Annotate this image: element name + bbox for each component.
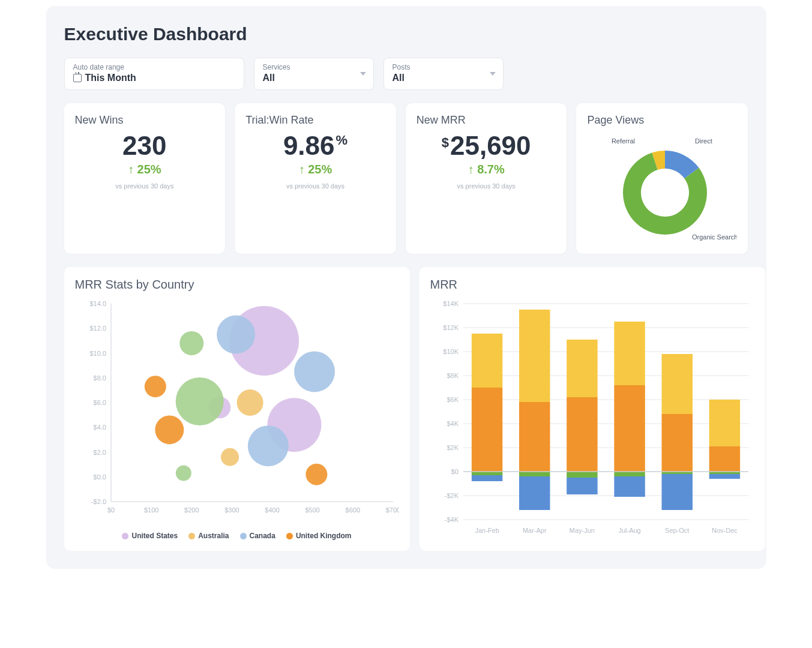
filter-posts-label: Posts [392,63,495,71]
kpi-row: New Wins 230 ↑ 25% vs previous 30 days T… [64,103,748,254]
svg-text:Jul-Aug: Jul-Aug [618,527,640,534]
chart-title: MRR Stats by Country [75,278,399,292]
mrr-by-country-card: MRR Stats by Country -$2.0$0.0$2.0$4.0$6… [64,267,410,551]
legend-item: Canada [240,532,275,540]
svg-point-29 [294,351,335,392]
svg-point-32 [305,464,327,485]
svg-text:$700: $700 [385,506,398,514]
kpi-change: ↑ 25% [245,163,385,176]
svg-rect-77 [661,354,692,414]
svg-rect-57 [471,334,502,388]
svg-rect-62 [519,310,550,402]
kpi-value: 9.86% [283,133,347,159]
svg-text:$10K: $10K [443,348,459,355]
svg-text:$8.0: $8.0 [93,374,106,382]
svg-text:$10.0: $10.0 [89,350,106,357]
svg-point-33 [179,331,203,355]
svg-rect-64 [519,476,550,510]
svg-text:$100: $100 [143,506,158,514]
svg-text:$4K: $4K [447,420,459,427]
kpi-note: vs previous 30 days [417,182,556,190]
svg-rect-59 [471,475,502,481]
svg-text:-$4K: -$4K [444,516,459,523]
kpi-new-mrr: New MRR $25,690 ↑ 8.7% vs previous 30 da… [406,103,567,254]
svg-text:$6K: $6K [447,396,459,403]
kpi-title: New MRR [417,114,556,127]
svg-text:$200: $200 [184,506,199,514]
svg-text:Direct: Direct [695,137,712,145]
kpi-change: ↑ 8.7% [417,163,556,176]
kpi-note: vs previous 30 days [245,182,385,190]
svg-rect-58 [471,472,502,475]
svg-rect-79 [661,474,692,510]
kpi-note: vs previous 30 days [75,182,215,190]
kpi-change: ↑ 25% [75,163,215,176]
svg-rect-61 [519,402,550,472]
svg-text:$0: $0 [107,506,114,514]
svg-rect-66 [567,397,597,472]
svg-rect-69 [567,478,597,494]
kpi-trial-win-rate: Trial:Win Rate 9.86% ↑ 25% vs previous 3… [235,103,396,254]
svg-text:$14.0: $14.0 [89,300,106,307]
svg-text:$2.0: $2.0 [93,449,106,456]
svg-point-26 [221,448,239,466]
filter-date-label: Auto date range [73,63,235,71]
page-views-donut: ReferralDirectOrganic Search [587,133,737,241]
mrr-card: MRR -$4K-$2K$0$2K$4K$6K$8K$10K$12K$14KJa… [420,267,765,551]
svg-text:$600: $600 [345,506,359,514]
mrr-bar-chart: -$4K-$2K$0$2K$4K$6K$8K$10K$12K$14KJan-Fe… [430,298,754,538]
svg-rect-73 [614,472,645,476]
kpi-title: New Wins [75,114,215,127]
svg-rect-82 [709,400,739,446]
svg-text:$12K: $12K [443,324,459,331]
svg-point-35 [175,466,191,481]
svg-point-30 [144,376,166,397]
svg-rect-81 [709,446,739,472]
calendar-icon [73,74,82,82]
svg-point-27 [217,316,255,354]
kpi-title: Page Views [587,114,737,127]
filter-posts[interactable]: Posts All [383,58,504,90]
svg-point-28 [247,425,288,466]
svg-text:Jan-Feb: Jan-Feb [475,527,499,534]
svg-text:$14K: $14K [443,300,459,307]
svg-text:$2K: $2K [447,444,459,451]
filter-services[interactable]: Services All [254,58,374,90]
kpi-new-wins: New Wins 230 ↑ 25% vs previous 30 days [64,103,226,254]
filter-services-label: Services [263,63,365,71]
svg-text:May-Jun: May-Jun [569,527,594,534]
kpi-prefix: $ [442,135,449,150]
legend-item: United Kingdom [286,532,352,540]
filter-posts-value: All [392,73,495,83]
svg-rect-84 [709,474,739,479]
filter-date-value: This Month [85,73,136,83]
filter-services-value: All [263,73,365,83]
svg-point-25 [236,389,263,416]
filter-bar: Auto date range This Month Services All … [64,58,748,90]
svg-rect-72 [614,322,645,385]
svg-text:$500: $500 [305,506,319,514]
kpi-suffix: % [336,133,348,148]
chevron-down-icon [360,72,366,76]
svg-rect-67 [567,340,597,397]
svg-text:$4.0: $4.0 [93,424,106,431]
svg-text:Organic Search: Organic Search [692,233,737,241]
filter-date-range[interactable]: Auto date range This Month [64,58,244,90]
arrow-up-icon: ↑ [468,163,474,176]
svg-rect-74 [614,476,645,497]
arrow-up-icon: ↑ [128,163,134,176]
chart-title: MRR [430,278,754,292]
svg-text:$8K: $8K [447,372,459,379]
legend-item: United States [122,532,178,540]
svg-text:$400: $400 [265,506,279,514]
svg-text:Mar-Apr: Mar-Apr [522,527,546,534]
kpi-title: Trial:Win Rate [245,114,385,127]
bubble-legend: United StatesAustraliaCanadaUnited Kingd… [75,532,399,540]
arrow-up-icon: ↑ [299,163,305,176]
svg-text:$12.0: $12.0 [89,325,106,332]
page-title: Executive Dashboard [64,24,748,44]
dashboard: Executive Dashboard Auto date range This… [46,6,766,569]
svg-text:Nov-Dec: Nov-Dec [712,527,738,534]
svg-point-31 [155,415,184,444]
svg-text:-$2.0: -$2.0 [91,498,106,505]
